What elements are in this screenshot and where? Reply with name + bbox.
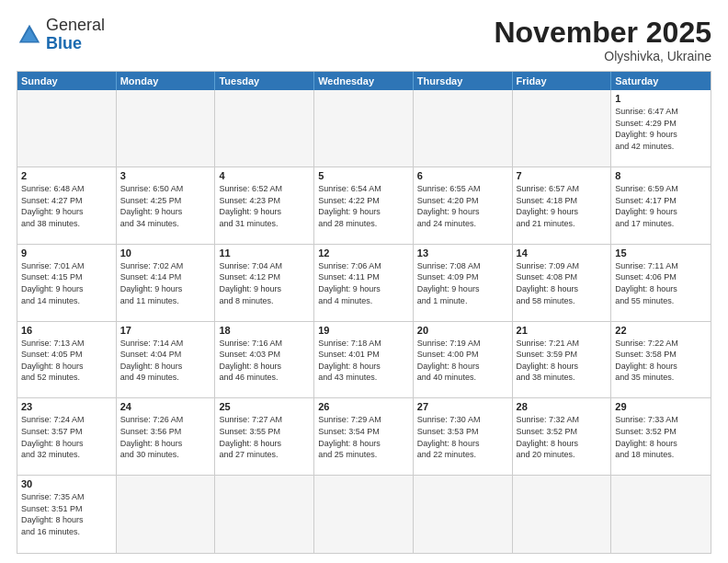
day-number: 8 <box>615 170 707 181</box>
day-info: Sunrise: 6:50 AM Sunset: 4:25 PM Dayligh… <box>120 183 211 229</box>
day-number: 1 <box>615 93 707 104</box>
calendar-header: SundayMondayTuesdayWednesdayThursdayFrid… <box>17 72 711 90</box>
empty-cell <box>314 476 414 553</box>
day-number: 28 <box>517 401 608 412</box>
day-19: 19Sunrise: 7:18 AM Sunset: 4:01 PM Dayli… <box>314 322 414 399</box>
day-number: 22 <box>615 325 707 336</box>
header-saturday: Saturday <box>611 72 711 90</box>
day-16: 16Sunrise: 7:13 AM Sunset: 4:05 PM Dayli… <box>17 322 117 399</box>
day-number: 13 <box>417 247 508 259</box>
empty-cell <box>215 90 314 167</box>
header-monday: Monday <box>117 72 216 90</box>
day-info: Sunrise: 6:59 AM Sunset: 4:17 PM Dayligh… <box>615 183 707 229</box>
day-20: 20Sunrise: 7:19 AM Sunset: 4:00 PM Dayli… <box>414 322 513 399</box>
day-number: 17 <box>120 325 211 336</box>
day-info: Sunrise: 7:27 AM Sunset: 3:55 PM Dayligh… <box>219 414 310 460</box>
day-30: 30Sunrise: 7:35 AM Sunset: 3:51 PM Dayli… <box>17 476 117 553</box>
empty-cell <box>117 90 216 167</box>
day-number: 19 <box>318 325 409 336</box>
header: General Blue November 2025 Olyshivka, Uk… <box>17 17 711 63</box>
day-number: 21 <box>517 325 608 336</box>
day-6: 6Sunrise: 6:55 AM Sunset: 4:20 PM Daylig… <box>414 167 513 245</box>
header-friday: Friday <box>513 72 612 90</box>
day-info: Sunrise: 7:09 AM Sunset: 4:08 PM Dayligh… <box>517 260 608 306</box>
empty-cell <box>513 90 612 167</box>
day-number: 30 <box>21 478 112 489</box>
day-info: Sunrise: 7:11 AM Sunset: 4:06 PM Dayligh… <box>615 260 707 306</box>
header-tuesday: Tuesday <box>215 72 314 90</box>
day-info: Sunrise: 7:26 AM Sunset: 3:56 PM Dayligh… <box>120 414 211 460</box>
day-number: 18 <box>219 325 310 336</box>
day-5: 5Sunrise: 6:54 AM Sunset: 4:22 PM Daylig… <box>314 167 414 245</box>
day-22: 22Sunrise: 7:22 AM Sunset: 3:58 PM Dayli… <box>611 322 711 399</box>
day-21: 21Sunrise: 7:21 AM Sunset: 3:59 PM Dayli… <box>513 322 612 399</box>
day-info: Sunrise: 7:14 AM Sunset: 4:04 PM Dayligh… <box>120 338 211 384</box>
empty-cell <box>117 476 216 553</box>
day-number: 12 <box>318 247 409 259</box>
day-info: Sunrise: 6:48 AM Sunset: 4:27 PM Dayligh… <box>21 183 112 229</box>
day-info: Sunrise: 7:19 AM Sunset: 4:00 PM Dayligh… <box>417 338 508 384</box>
day-info: Sunrise: 7:02 AM Sunset: 4:14 PM Dayligh… <box>120 260 211 306</box>
day-14: 14Sunrise: 7:09 AM Sunset: 4:08 PM Dayli… <box>513 245 612 322</box>
day-info: Sunrise: 7:06 AM Sunset: 4:11 PM Dayligh… <box>318 260 409 306</box>
day-7: 7Sunrise: 6:57 AM Sunset: 4:18 PM Daylig… <box>513 167 612 245</box>
empty-cell <box>513 476 612 553</box>
day-number: 7 <box>517 170 608 181</box>
day-1: 1Sunrise: 6:47 AM Sunset: 4:29 PM Daylig… <box>611 90 711 167</box>
day-number: 26 <box>318 401 409 412</box>
day-15: 15Sunrise: 7:11 AM Sunset: 4:06 PM Dayli… <box>611 245 711 322</box>
day-number: 23 <box>21 401 112 412</box>
empty-cell <box>414 90 513 167</box>
day-23: 23Sunrise: 7:24 AM Sunset: 3:57 PM Dayli… <box>17 398 117 476</box>
day-info: Sunrise: 7:18 AM Sunset: 4:01 PM Dayligh… <box>318 338 409 384</box>
day-info: Sunrise: 7:16 AM Sunset: 4:03 PM Dayligh… <box>219 338 310 384</box>
day-13: 13Sunrise: 7:08 AM Sunset: 4:09 PM Dayli… <box>414 245 513 322</box>
empty-cell <box>215 476 314 553</box>
day-27: 27Sunrise: 7:30 AM Sunset: 3:53 PM Dayli… <box>414 398 513 476</box>
day-info: Sunrise: 7:13 AM Sunset: 4:05 PM Dayligh… <box>21 338 112 384</box>
logo-general: General <box>46 17 105 35</box>
day-info: Sunrise: 7:33 AM Sunset: 3:52 PM Dayligh… <box>615 414 707 460</box>
day-17: 17Sunrise: 7:14 AM Sunset: 4:04 PM Dayli… <box>117 322 216 399</box>
day-info: Sunrise: 7:21 AM Sunset: 3:59 PM Dayligh… <box>517 338 608 384</box>
calendar: SundayMondayTuesdayWednesdayThursdayFrid… <box>17 71 711 554</box>
day-12: 12Sunrise: 7:06 AM Sunset: 4:11 PM Dayli… <box>314 245 414 322</box>
day-number: 10 <box>120 247 211 259</box>
day-26: 26Sunrise: 7:29 AM Sunset: 3:54 PM Dayli… <box>314 398 414 476</box>
day-number: 15 <box>615 247 707 259</box>
day-29: 29Sunrise: 7:33 AM Sunset: 3:52 PM Dayli… <box>611 398 711 476</box>
day-11: 11Sunrise: 7:04 AM Sunset: 4:12 PM Dayli… <box>215 245 314 322</box>
day-info: Sunrise: 7:08 AM Sunset: 4:09 PM Dayligh… <box>417 260 508 306</box>
day-info: Sunrise: 7:32 AM Sunset: 3:52 PM Dayligh… <box>517 414 608 460</box>
empty-cell <box>17 90 117 167</box>
header-thursday: Thursday <box>414 72 513 90</box>
day-number: 27 <box>417 401 508 412</box>
day-number: 20 <box>417 325 508 336</box>
day-number: 6 <box>417 170 508 181</box>
logo-text: General Blue <box>46 17 105 53</box>
day-info: Sunrise: 7:29 AM Sunset: 3:54 PM Dayligh… <box>318 414 409 460</box>
day-number: 3 <box>120 170 211 181</box>
day-number: 11 <box>219 247 310 259</box>
empty-cell <box>611 476 711 553</box>
day-number: 2 <box>21 170 112 181</box>
empty-cell <box>314 90 414 167</box>
day-number: 16 <box>21 325 112 336</box>
day-4: 4Sunrise: 6:52 AM Sunset: 4:23 PM Daylig… <box>215 167 314 245</box>
empty-cell <box>414 476 513 553</box>
day-3: 3Sunrise: 6:50 AM Sunset: 4:25 PM Daylig… <box>117 167 216 245</box>
day-25: 25Sunrise: 7:27 AM Sunset: 3:55 PM Dayli… <box>215 398 314 476</box>
title-block: November 2025 Olyshivka, Ukraine <box>494 17 711 63</box>
day-number: 5 <box>318 170 409 181</box>
header-wednesday: Wednesday <box>314 72 414 90</box>
logo-blue: Blue <box>46 35 105 53</box>
day-24: 24Sunrise: 7:26 AM Sunset: 3:56 PM Dayli… <box>117 398 216 476</box>
calendar-body: 1Sunrise: 6:47 AM Sunset: 4:29 PM Daylig… <box>17 90 711 553</box>
day-info: Sunrise: 6:54 AM Sunset: 4:22 PM Dayligh… <box>318 183 409 229</box>
day-2: 2Sunrise: 6:48 AM Sunset: 4:27 PM Daylig… <box>17 167 117 245</box>
day-info: Sunrise: 7:04 AM Sunset: 4:12 PM Dayligh… <box>219 260 310 306</box>
header-sunday: Sunday <box>17 72 117 90</box>
day-18: 18Sunrise: 7:16 AM Sunset: 4:03 PM Dayli… <box>215 322 314 399</box>
day-9: 9Sunrise: 7:01 AM Sunset: 4:15 PM Daylig… <box>17 245 117 322</box>
day-number: 9 <box>21 247 112 259</box>
